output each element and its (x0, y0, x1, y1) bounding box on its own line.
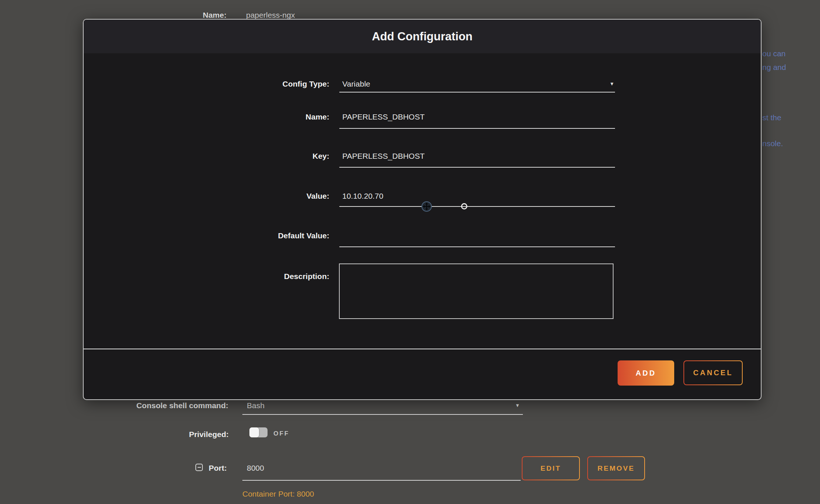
description-textarea[interactable] (339, 263, 614, 319)
bg-clipped-text-3: st the (762, 113, 781, 122)
dialog-header: Add Configuration (84, 20, 761, 53)
bg-clipped-text-2: ng and (762, 63, 786, 72)
chevron-down-icon: ▼ (609, 81, 614, 86)
click-indicator-ring (461, 203, 467, 209)
value-input[interactable] (339, 191, 615, 201)
port-label: Port: (163, 463, 227, 473)
key-input[interactable] (339, 151, 615, 161)
bg-clipped-text-4: nsole. (762, 139, 783, 148)
config-type-select[interactable]: Variable ▼ (339, 79, 615, 92)
footer-divider (84, 349, 761, 349)
config-type-label: Config Type: (84, 79, 329, 89)
default-value-input[interactable] (339, 231, 615, 241)
dialog-title: Add Configuration (84, 20, 761, 53)
container-port-note: Container Port: 8000 (242, 489, 314, 499)
privileged-state: OFF (273, 430, 289, 437)
cancel-button[interactable]: CANCEL (683, 360, 743, 385)
bg-clipped-text-1: ou can (762, 49, 786, 58)
chevron-down-icon[interactable]: ▼ (515, 403, 520, 408)
default-value-label: Default Value: (84, 231, 329, 241)
move-cursor-icon (421, 201, 432, 212)
value-label: Value: (84, 191, 329, 201)
config-type-value: Variable (339, 79, 615, 89)
toggle-knob (249, 427, 259, 437)
console-shell-label: Console shell command: (56, 401, 228, 410)
edit-button[interactable]: EDIT (522, 456, 580, 480)
privileged-label: Privileged: (56, 430, 229, 439)
privileged-toggle[interactable] (249, 427, 268, 437)
key-label: Key: (84, 151, 329, 161)
add-button[interactable]: ADD (618, 360, 674, 386)
remove-button[interactable]: REMOVE (587, 456, 645, 480)
console-shell-select[interactable] (242, 414, 523, 415)
name-label: Name: (84, 112, 329, 122)
console-shell-value: Bash (247, 401, 265, 410)
port-value: 8000 (247, 463, 264, 473)
port-field-underline (242, 480, 521, 481)
description-label: Description: (84, 272, 329, 281)
unraid-docker-edit-page: { "dialog": { "title": "Add Configuratio… (0, 0, 820, 504)
name-input[interactable] (339, 112, 615, 122)
